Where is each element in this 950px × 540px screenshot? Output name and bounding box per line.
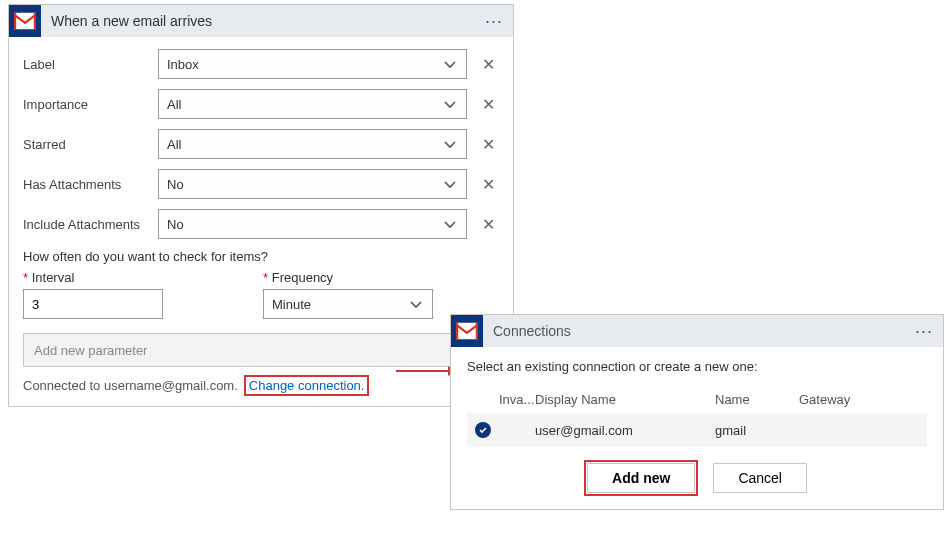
connections-prompt: Select an existing connection or create … xyxy=(467,359,927,374)
svg-rect-0 xyxy=(14,13,36,30)
frequency-label: * Frequency xyxy=(263,270,433,285)
connections-header: Connections ··· xyxy=(451,315,943,347)
connections-table-header: Inva... Display Name Name Gateway xyxy=(467,386,927,413)
starred-select[interactable]: All xyxy=(158,129,467,159)
col-gateway: Gateway xyxy=(799,392,879,407)
includeattach-clear-button[interactable]: ✕ xyxy=(477,215,499,234)
connections-menu-button[interactable]: ··· xyxy=(911,321,937,342)
frequency-value: Minute xyxy=(272,297,311,312)
importance-select[interactable]: All xyxy=(158,89,467,119)
trigger-header: When a new email arrives ··· xyxy=(9,5,513,37)
svg-rect-5 xyxy=(456,323,478,340)
trigger-menu-button[interactable]: ··· xyxy=(481,11,507,32)
svg-rect-1 xyxy=(14,13,16,30)
label-importance: Importance xyxy=(23,97,158,112)
interval-input[interactable] xyxy=(23,289,163,319)
hasattach-value: No xyxy=(167,177,184,192)
label-select[interactable]: Inbox xyxy=(158,49,467,79)
add-parameter-placeholder: Add new parameter xyxy=(34,343,147,358)
cancel-button[interactable]: Cancel xyxy=(713,463,807,493)
connection-row[interactable]: user@gmail.com gmail xyxy=(467,413,927,447)
col-invalid: Inva... xyxy=(499,392,535,407)
label-label: Label xyxy=(23,57,158,72)
frequency-select[interactable]: Minute xyxy=(263,289,433,319)
row-name: gmail xyxy=(715,423,799,438)
check-icon xyxy=(475,422,491,438)
label-includeattach: Include Attachments xyxy=(23,217,158,232)
how-often-text: How often do you want to check for items… xyxy=(23,249,499,264)
hasattach-clear-button[interactable]: ✕ xyxy=(477,175,499,194)
gmail-icon xyxy=(9,5,41,37)
svg-rect-6 xyxy=(456,323,458,340)
row-display-name: user@gmail.com xyxy=(535,423,715,438)
svg-rect-7 xyxy=(476,323,478,340)
label-starred: Starred xyxy=(23,137,158,152)
includeattach-value: No xyxy=(167,217,184,232)
annotation-arrow-icon xyxy=(396,364,456,378)
starred-value: All xyxy=(167,137,181,152)
hasattach-select[interactable]: No xyxy=(158,169,467,199)
label-clear-button[interactable]: ✕ xyxy=(477,55,499,74)
svg-rect-2 xyxy=(34,13,36,30)
trigger-panel: When a new email arrives ··· Label Inbox… xyxy=(8,4,514,407)
trigger-title: When a new email arrives xyxy=(41,13,481,29)
col-display-name: Display Name xyxy=(535,392,715,407)
importance-clear-button[interactable]: ✕ xyxy=(477,95,499,114)
starred-clear-button[interactable]: ✕ xyxy=(477,135,499,154)
add-new-button[interactable]: Add new xyxy=(587,463,695,493)
label-hasattach: Has Attachments xyxy=(23,177,158,192)
importance-value: All xyxy=(167,97,181,112)
label-value: Inbox xyxy=(167,57,199,72)
connections-title: Connections xyxy=(483,323,911,339)
interval-label: * Interval xyxy=(23,270,163,285)
col-name: Name xyxy=(715,392,799,407)
gmail-icon xyxy=(451,315,483,347)
change-connection-link[interactable]: Change connection. xyxy=(249,378,365,393)
add-parameter-input[interactable]: Add new parameter xyxy=(23,333,499,367)
connected-to-text: Connected to username@gmail.com. xyxy=(23,378,238,393)
includeattach-select[interactable]: No xyxy=(158,209,467,239)
connections-panel: Connections ··· Select an existing conne… xyxy=(450,314,944,510)
